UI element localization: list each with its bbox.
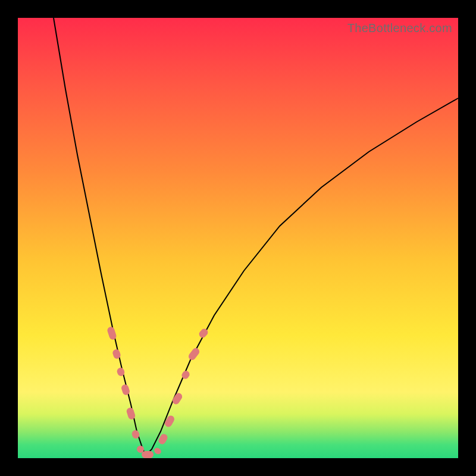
marker-point (121, 384, 131, 396)
curve-markers (107, 326, 209, 458)
marker-point (153, 446, 162, 455)
marker-point (142, 451, 154, 458)
chart-svg (18, 18, 458, 458)
marker-point (126, 407, 136, 421)
marker-point (107, 326, 117, 341)
bottleneck-curve (54, 18, 458, 455)
marker-point (171, 392, 184, 405)
plot-area: TheBottleneck.com (18, 18, 458, 458)
marker-point (187, 347, 201, 362)
marker-point (198, 327, 209, 339)
